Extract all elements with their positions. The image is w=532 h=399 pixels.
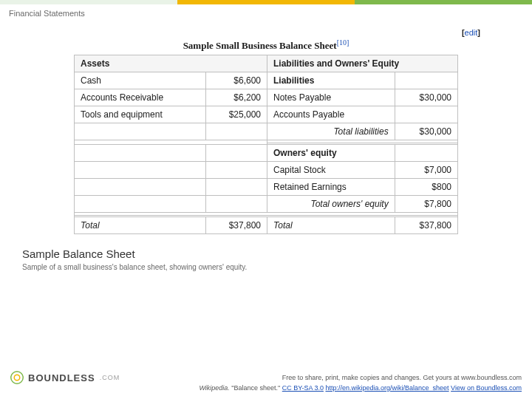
footer-source: Wikipedia. [199, 384, 231, 392]
brand: BOUNDLESS.COM [10, 371, 120, 384]
source-url-link[interactable]: http://en.wikipedia.org/wiki/Balance_she… [325, 384, 449, 392]
footer-quote: "Balance sheet." [231, 384, 282, 392]
accent-bar [0, 0, 532, 4]
edit-link-row: [edit] [22, 28, 510, 37]
figure-title-text: Sample Small Business Balance Sheet [183, 40, 337, 51]
footer: BOUNDLESS.COM Free to share, print, make… [0, 373, 532, 393]
edit-link[interactable]: edit [465, 28, 478, 37]
table-row: Capital Stock $7,000 [75, 162, 458, 179]
table-row: Total liabilities $30,000 [75, 123, 458, 140]
caption-sub: Sample of a small business's balance she… [22, 263, 510, 271]
svg-point-1 [14, 375, 20, 381]
bracket-close: ] [477, 28, 480, 37]
boundless-logo-icon [10, 371, 24, 384]
caption-title: Sample Balance Sheet [22, 248, 510, 260]
svg-point-0 [11, 372, 24, 384]
header-title: Financial Statements [9, 9, 85, 18]
figure-ref[interactable]: [10] [337, 38, 349, 47]
table-row: Owners' equity [75, 145, 458, 162]
table-row-total: Total $37,800 Total $37,800 [75, 217, 458, 234]
brand-name: BOUNDLESS [28, 372, 95, 383]
balance-sheet-table: Assets Liabilities and Owners' Equity Ca… [74, 55, 458, 234]
view-on-boundless-link[interactable]: View on Boundless.com [451, 384, 522, 392]
table-row: Tools and equipment $25,000 Accounts Pay… [75, 106, 458, 123]
license-link[interactable]: CC BY-SA 3.0 [282, 384, 324, 392]
table-row: Total owners' equity $7,800 [75, 196, 458, 213]
footer-line2: Wikipedia. "Balance sheet." CC BY-SA 3.0… [10, 383, 522, 394]
table-row: Cash $6,600 Liabilities [75, 72, 458, 89]
th-assets: Assets [75, 55, 267, 72]
table-row: Accounts Receivable $6,200 Notes Payable… [75, 89, 458, 106]
table-row: Retained Earnings $800 [75, 179, 458, 196]
figure-title: Sample Small Business Balance Sheet[10] [22, 38, 510, 52]
brand-tld: .COM [100, 374, 120, 381]
page-header: Financial Statements [0, 4, 532, 25]
th-liab-equity: Liabilities and Owners' Equity [267, 55, 458, 72]
